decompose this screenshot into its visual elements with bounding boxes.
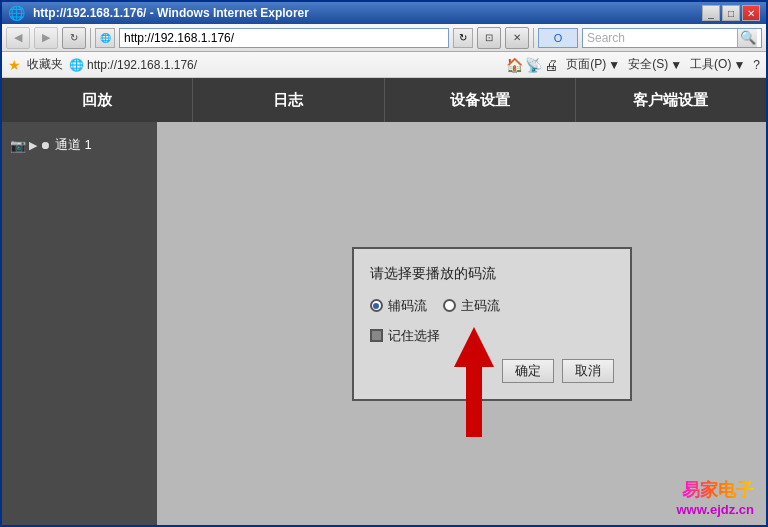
title-bar: 🌐 http://192.168.1.176/ - Windows Intern… <box>2 2 766 24</box>
nav-playback-label: 回放 <box>82 91 112 110</box>
back-button[interactable]: ◀ <box>6 27 30 49</box>
bookmark-item[interactable]: 🌐 http://192.168.1.176/ <box>69 58 197 72</box>
page-menu[interactable]: 页面(P) ▼ <box>566 56 620 73</box>
nav-separator-2 <box>533 28 534 48</box>
arrow-indicator <box>439 327 509 440</box>
home-icon[interactable]: 🏠 <box>506 57 523 73</box>
nav-playback[interactable]: 回放 <box>2 78 193 122</box>
favorites-label: 收藏夹 <box>27 56 63 73</box>
nav-device-settings-label: 设备设置 <box>450 91 510 110</box>
window-title: http://192.168.1.176/ - Windows Internet… <box>33 6 698 20</box>
toolbar-icons: 🏠 📡 🖨 <box>506 57 558 73</box>
dialog-title: 请选择要播放的码流 <box>370 265 614 283</box>
address-icon: 🌐 <box>95 28 115 48</box>
confirm-button[interactable]: 确定 <box>502 359 554 383</box>
play-icon: ▶ <box>29 139 37 152</box>
browser-window: 🌐 http://192.168.1.176/ - Windows Intern… <box>0 0 768 527</box>
channel-icons: 📷 ▶ ⏺ <box>10 138 51 153</box>
watermark: 易家电子 www.ejdz.cn <box>676 478 754 517</box>
security-menu-label: 安全(S) <box>628 56 668 73</box>
help-menu-label: ? <box>753 58 760 72</box>
page-menu-arrow: ▼ <box>608 58 620 72</box>
record-icon: ⏺ <box>40 139 51 151</box>
search-button[interactable]: 🔍 <box>737 29 757 47</box>
bookmarks-bar: ★ 收藏夹 🌐 http://192.168.1.176/ 🏠 📡 🖨 页面(P… <box>2 52 766 78</box>
sidebar: 📷 ▶ ⏺ 通道 1 <box>2 122 157 525</box>
sub-stream-radio[interactable] <box>370 299 383 312</box>
nav-client-settings-label: 客户端设置 <box>633 91 708 110</box>
feed-icon[interactable]: 📡 <box>525 57 542 73</box>
watermark-url: www.ejdz.cn <box>676 502 754 517</box>
sub-stream-label: 辅码流 <box>388 297 427 315</box>
address-bar: 🌐 ↻ <box>95 28 473 48</box>
arrow-shape <box>454 327 494 437</box>
nav-client-settings[interactable]: 客户端设置 <box>576 78 766 122</box>
arrow-svg <box>439 327 509 437</box>
address-input[interactable] <box>119 28 449 48</box>
channel-item-1[interactable]: 📷 ▶ ⏺ 通道 1 <box>8 132 151 158</box>
tools-menu-label: 工具(O) <box>690 56 731 73</box>
main-nav: 回放 日志 设备设置 客户端设置 <box>2 78 766 122</box>
main-stream-label: 主码流 <box>461 297 500 315</box>
help-menu[interactable]: ? <box>753 58 760 72</box>
live-search-icon-area: O <box>538 28 578 48</box>
compatibility-button[interactable]: ⊡ <box>477 27 501 49</box>
nav-separator-1 <box>90 28 91 48</box>
security-menu-arrow: ▼ <box>670 58 682 72</box>
forward-button[interactable]: ▶ <box>34 27 58 49</box>
bookmarks-right-menus: 🏠 📡 🖨 页面(P) ▼ 安全(S) ▼ 工具(O) ▼ ? <box>506 56 760 73</box>
print-icon[interactable]: 🖨 <box>544 57 558 73</box>
stop-button[interactable]: ✕ <box>505 27 529 49</box>
cancel-button[interactable]: 取消 <box>562 359 614 383</box>
nav-device-settings[interactable]: 设备设置 <box>385 78 576 122</box>
refresh-button[interactable]: ↻ <box>62 27 86 49</box>
nav-bar: ◀ ▶ ↻ 🌐 ↻ ⊡ ✕ O Search 🔍 <box>2 24 766 52</box>
main-stream-radio[interactable] <box>443 299 456 312</box>
bookmark-url: http://192.168.1.176/ <box>87 58 197 72</box>
search-box[interactable]: Search 🔍 <box>582 28 762 48</box>
camera-icon: 📷 <box>10 138 26 153</box>
remember-label: 记住选择 <box>388 327 440 345</box>
remember-checkbox[interactable] <box>370 329 383 342</box>
refresh-go-button[interactable]: ↻ <box>453 28 473 48</box>
search-placeholder: Search <box>587 31 737 45</box>
tools-menu-arrow: ▼ <box>733 58 745 72</box>
maximize-button[interactable]: □ <box>722 5 740 21</box>
live-logo: O <box>554 32 563 44</box>
security-menu[interactable]: 安全(S) ▼ <box>628 56 682 73</box>
sub-stream-option[interactable]: 辅码流 <box>370 297 427 315</box>
main-content: 请选择要播放的码流 辅码流 主码流 记住选择 确定 <box>157 122 766 525</box>
nav-log-label: 日志 <box>273 91 303 110</box>
favorites-star-icon: ★ <box>8 57 21 73</box>
close-button[interactable]: ✕ <box>742 5 760 21</box>
channel-label: 通道 1 <box>55 136 92 154</box>
bookmark-globe-icon: 🌐 <box>69 58 84 72</box>
stream-options: 辅码流 主码流 <box>370 297 614 315</box>
nav-log[interactable]: 日志 <box>193 78 384 122</box>
tools-menu[interactable]: 工具(O) ▼ <box>690 56 745 73</box>
main-stream-option[interactable]: 主码流 <box>443 297 500 315</box>
page-menu-label: 页面(P) <box>566 56 606 73</box>
content-area: 📷 ▶ ⏺ 通道 1 请选择要播放的码流 辅码流 <box>2 122 766 525</box>
window-controls: _ □ ✕ <box>702 5 760 21</box>
watermark-brand: 易家电子 <box>676 478 754 502</box>
minimize-button[interactable]: _ <box>702 5 720 21</box>
